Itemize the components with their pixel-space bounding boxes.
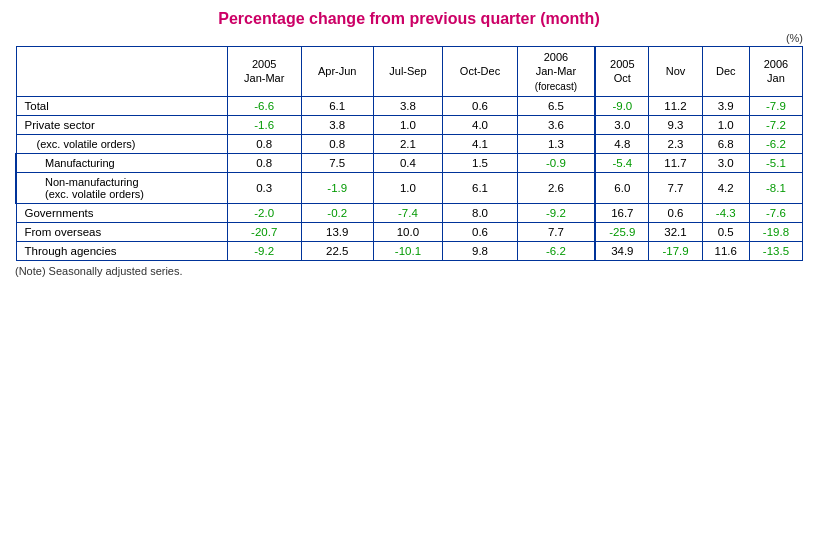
cell-value: -19.8 xyxy=(749,222,802,241)
cell-value: -0.9 xyxy=(517,153,595,172)
header-col7: Nov xyxy=(649,47,702,97)
table-row: Governments-2.0-0.2-7.48.0-9.216.70.6-4.… xyxy=(16,203,803,222)
cell-value: 3.0 xyxy=(595,115,649,134)
cell-value: 0.4 xyxy=(373,153,443,172)
cell-value: -1.6 xyxy=(227,115,301,134)
cell-value: -7.4 xyxy=(373,203,443,222)
cell-value: -17.9 xyxy=(649,241,702,260)
row-label: From overseas xyxy=(16,222,227,241)
cell-value: -6.2 xyxy=(517,241,595,260)
cell-value: -25.9 xyxy=(595,222,649,241)
cell-value: 0.6 xyxy=(443,96,517,115)
header-col2: Apr-Jun xyxy=(301,47,373,97)
cell-value: 2.6 xyxy=(517,172,595,203)
table-row: Total-6.66.13.80.66.5-9.011.23.9-7.9 xyxy=(16,96,803,115)
row-label: Total xyxy=(16,96,227,115)
cell-value: 0.5 xyxy=(702,222,749,241)
cell-value: 7.7 xyxy=(649,172,702,203)
cell-value: -6.6 xyxy=(227,96,301,115)
table-row: Non-manufacturing(exc. volatile orders)0… xyxy=(16,172,803,203)
cell-value: 9.3 xyxy=(649,115,702,134)
note-text: (Note) Seasonally adjusted series. xyxy=(15,265,183,277)
header-col4: Oct-Dec xyxy=(443,47,517,97)
cell-value: -9.2 xyxy=(227,241,301,260)
cell-value: -7.9 xyxy=(749,96,802,115)
row-label: Governments xyxy=(16,203,227,222)
header-col8: Dec xyxy=(702,47,749,97)
cell-value: 3.8 xyxy=(301,115,373,134)
cell-value: 0.8 xyxy=(301,134,373,153)
header-col1: 2005Jan-Mar xyxy=(227,47,301,97)
cell-value: 11.6 xyxy=(702,241,749,260)
cell-value: 2.1 xyxy=(373,134,443,153)
cell-value: 11.2 xyxy=(649,96,702,115)
cell-value: 6.1 xyxy=(301,96,373,115)
cell-value: 4.2 xyxy=(702,172,749,203)
cell-value: -4.3 xyxy=(702,203,749,222)
cell-value: -9.2 xyxy=(517,203,595,222)
cell-value: 7.7 xyxy=(517,222,595,241)
cell-value: 13.9 xyxy=(301,222,373,241)
cell-value: 6.5 xyxy=(517,96,595,115)
row-label: Manufacturing xyxy=(16,153,227,172)
header-col6: 2005Oct xyxy=(595,47,649,97)
cell-value: 3.8 xyxy=(373,96,443,115)
cell-value: 34.9 xyxy=(595,241,649,260)
cell-value: -8.1 xyxy=(749,172,802,203)
cell-value: -9.0 xyxy=(595,96,649,115)
header-row-label xyxy=(16,47,227,97)
cell-value: -0.2 xyxy=(301,203,373,222)
cell-value: -10.1 xyxy=(373,241,443,260)
data-table: 2005Jan-Mar Apr-Jun Jul-Sep Oct-Dec 2006… xyxy=(15,46,803,261)
row-label: (exc. volatile orders) xyxy=(16,134,227,153)
cell-value: 0.3 xyxy=(227,172,301,203)
cell-value: 9.8 xyxy=(443,241,517,260)
cell-value: -7.6 xyxy=(749,203,802,222)
cell-value: -5.1 xyxy=(749,153,802,172)
cell-value: 32.1 xyxy=(649,222,702,241)
cell-value: 1.3 xyxy=(517,134,595,153)
cell-value: -20.7 xyxy=(227,222,301,241)
table-row: From overseas-20.713.910.00.67.7-25.932.… xyxy=(16,222,803,241)
row-label: Through agencies xyxy=(16,241,227,260)
cell-value: -7.2 xyxy=(749,115,802,134)
unit-label: (%) xyxy=(786,32,803,44)
cell-value: 16.7 xyxy=(595,203,649,222)
cell-value: 0.6 xyxy=(649,203,702,222)
header-col5: 2006Jan-Mar(forecast) xyxy=(517,47,595,97)
cell-value: 2.3 xyxy=(649,134,702,153)
cell-value: 22.5 xyxy=(301,241,373,260)
cell-value: -13.5 xyxy=(749,241,802,260)
cell-value: 10.0 xyxy=(373,222,443,241)
cell-value: 6.0 xyxy=(595,172,649,203)
header-col3: Jul-Sep xyxy=(373,47,443,97)
cell-value: 4.8 xyxy=(595,134,649,153)
table-row: Private sector-1.63.81.04.03.63.09.31.0-… xyxy=(16,115,803,134)
row-label: Private sector xyxy=(16,115,227,134)
cell-value: -6.2 xyxy=(749,134,802,153)
cell-value: 1.0 xyxy=(702,115,749,134)
cell-value: 4.0 xyxy=(443,115,517,134)
cell-value: 7.5 xyxy=(301,153,373,172)
cell-value: -2.0 xyxy=(227,203,301,222)
table-row: (exc. volatile orders)0.80.82.14.11.34.8… xyxy=(16,134,803,153)
table-row: Manufacturing0.87.50.41.5-0.9-5.411.73.0… xyxy=(16,153,803,172)
row-label: Non-manufacturing(exc. volatile orders) xyxy=(16,172,227,203)
cell-value: 0.8 xyxy=(227,153,301,172)
header-col9: 2006Jan xyxy=(749,47,802,97)
cell-value: 11.7 xyxy=(649,153,702,172)
page-title: Percentage change from previous quarter … xyxy=(218,10,599,28)
cell-value: 1.5 xyxy=(443,153,517,172)
cell-value: 1.0 xyxy=(373,115,443,134)
table-row: Through agencies-9.222.5-10.19.8-6.234.9… xyxy=(16,241,803,260)
cell-value: -5.4 xyxy=(595,153,649,172)
cell-value: 8.0 xyxy=(443,203,517,222)
cell-value: 3.9 xyxy=(702,96,749,115)
cell-value: -1.9 xyxy=(301,172,373,203)
cell-value: 6.8 xyxy=(702,134,749,153)
cell-value: 4.1 xyxy=(443,134,517,153)
cell-value: 6.1 xyxy=(443,172,517,203)
cell-value: 3.0 xyxy=(702,153,749,172)
cell-value: 3.6 xyxy=(517,115,595,134)
cell-value: 1.0 xyxy=(373,172,443,203)
